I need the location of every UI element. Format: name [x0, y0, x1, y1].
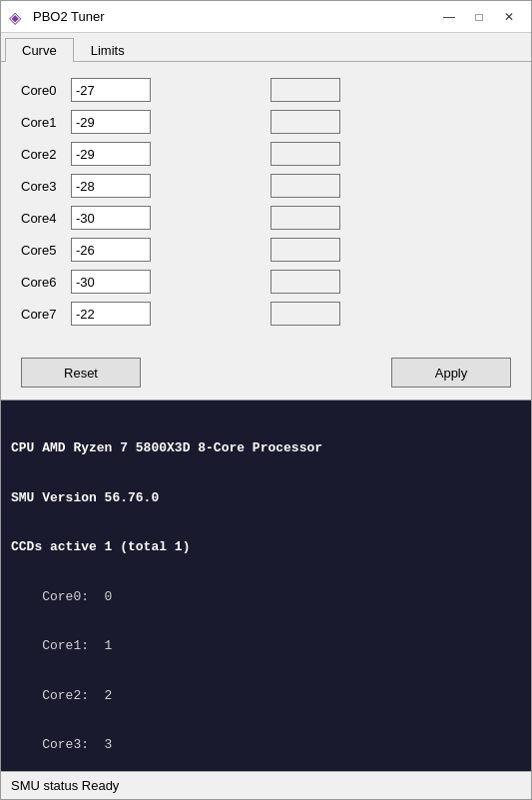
status-bar: SMU status Ready: [1, 771, 531, 799]
console-line: Core3: 3: [11, 735, 521, 755]
console-line: SMU Version 56.76.0: [11, 488, 521, 508]
console-line: Core2: 2: [11, 686, 521, 706]
core-row: Core1: [21, 110, 511, 134]
core0-extra: [270, 78, 340, 102]
core2-extra: [270, 142, 340, 166]
core4-extra: [270, 206, 340, 230]
core0-input[interactable]: [71, 78, 151, 102]
reset-button[interactable]: Reset: [21, 358, 141, 388]
maximize-button[interactable]: □: [465, 6, 493, 28]
console-line: CPU AMD Ryzen 7 5800X3D 8-Core Processor: [11, 438, 521, 458]
core6-input[interactable]: [71, 270, 151, 294]
close-button[interactable]: ✕: [495, 6, 523, 28]
console-line: Core1: 1: [11, 636, 521, 656]
core7-label: Core7: [21, 307, 71, 322]
core6-label: Core6: [21, 275, 71, 290]
core5-extra: [270, 238, 340, 262]
core-row: Core4: [21, 206, 511, 230]
console-output: CPU AMD Ryzen 7 5800X3D 8-Core Processor…: [1, 400, 531, 771]
core-row: Core6: [21, 270, 511, 294]
curve-panel: Core0 Core1 Core2 Core3 Core4: [1, 62, 531, 350]
core1-extra: [270, 110, 340, 134]
core-row: Core2: [21, 142, 511, 166]
core5-input[interactable]: [71, 238, 151, 262]
console-line: Core0: 0: [11, 587, 521, 607]
core1-label: Core1: [21, 115, 71, 130]
title-bar: ◈ PBO2 Tuner — □ ✕: [1, 1, 531, 33]
core2-label: Core2: [21, 147, 71, 162]
tab-bar: Curve Limits: [1, 33, 531, 62]
console-line: CCDs active 1 (total 1): [11, 537, 521, 557]
core-row: Core7: [21, 302, 511, 326]
content-area: Core0 Core1 Core2 Core3 Core4: [1, 62, 531, 799]
core3-input[interactable]: [71, 174, 151, 198]
core-row: Core0: [21, 78, 511, 102]
minimize-button[interactable]: —: [435, 6, 463, 28]
app-icon: ◈: [9, 8, 27, 26]
core1-input[interactable]: [71, 110, 151, 134]
core4-input[interactable]: [71, 206, 151, 230]
core7-input[interactable]: [71, 302, 151, 326]
core7-extra: [270, 302, 340, 326]
core5-label: Core5: [21, 243, 71, 258]
status-text: SMU status Ready: [11, 778, 119, 793]
core-row: Core3: [21, 174, 511, 198]
apply-button[interactable]: Apply: [391, 358, 511, 388]
core3-extra: [270, 174, 340, 198]
window-title: PBO2 Tuner: [33, 9, 435, 24]
window-controls: — □ ✕: [435, 6, 523, 28]
core6-extra: [270, 270, 340, 294]
tab-curve[interactable]: Curve: [5, 38, 74, 62]
main-window: ◈ PBO2 Tuner — □ ✕ Curve Limits Core0 Co…: [0, 0, 532, 800]
core2-input[interactable]: [71, 142, 151, 166]
core4-label: Core4: [21, 211, 71, 226]
tab-limits[interactable]: Limits: [74, 38, 142, 62]
core-row: Core5: [21, 238, 511, 262]
button-row: Reset Apply: [1, 350, 531, 400]
core3-label: Core3: [21, 179, 71, 194]
core0-label: Core0: [21, 83, 71, 98]
